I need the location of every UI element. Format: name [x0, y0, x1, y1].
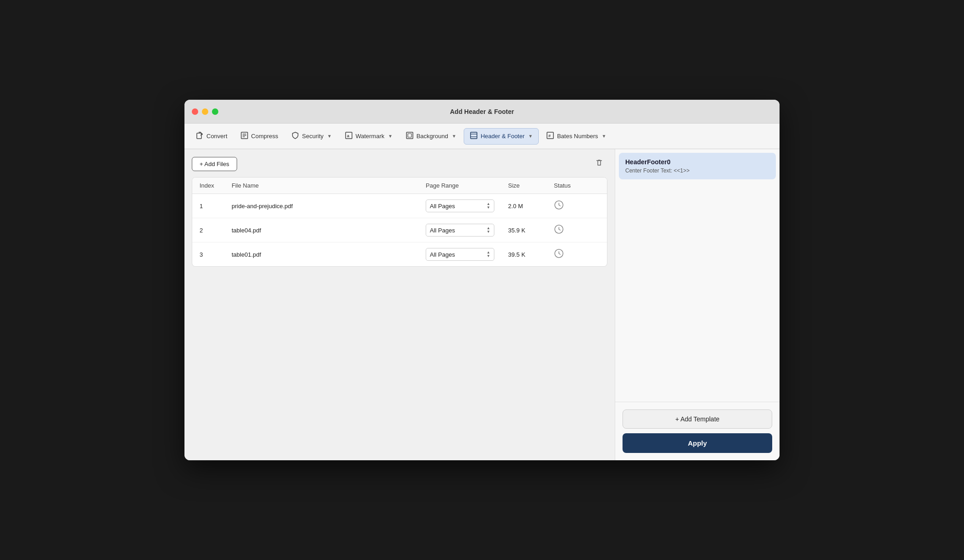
template-title: HeaderFooter0 — [625, 158, 769, 166]
watermark-chevron: ▼ — [388, 134, 393, 139]
toolbar-compress-label: Compress — [251, 133, 278, 140]
toolbar-watermark-label: Watermark — [356, 133, 385, 140]
svg-rect-9 — [471, 132, 477, 139]
toolbar-watermark[interactable]: a Watermark ▼ — [339, 129, 398, 144]
side-panel: HeaderFooter0 Center Footer Text: <<1>> … — [615, 149, 780, 460]
row1-index: 1 — [200, 203, 232, 210]
row3-page-range-arrows: ▲▼ — [487, 251, 490, 258]
file-table: Index File Name Page Range Size Status 1… — [192, 177, 607, 267]
security-icon — [291, 131, 299, 141]
add-files-button[interactable]: + Add Files — [192, 157, 237, 171]
svg-text:a: a — [347, 134, 350, 138]
toolbar: Convert Compress Security ▼ — [184, 124, 780, 149]
toolbar-compress[interactable]: Compress — [235, 129, 284, 144]
row1-filename: pride-and-prejudice.pdf — [232, 203, 426, 210]
row2-filename: table04.pdf — [232, 227, 426, 234]
toolbar-security[interactable]: Security ▼ — [286, 129, 337, 144]
col-header-status: Status — [554, 182, 600, 189]
close-button[interactable] — [192, 108, 198, 115]
row1-status-icon — [554, 200, 600, 212]
row2-page-range-arrows: ▲▼ — [487, 226, 490, 234]
row2-size: 35.9 K — [508, 227, 554, 234]
row3-size: 39.5 K — [508, 251, 554, 258]
bates-numbers-chevron: ▼ — [602, 134, 607, 139]
toolbar-security-label: Security — [302, 133, 324, 140]
background-chevron: ▼ — [452, 134, 456, 139]
delete-files-button[interactable] — [591, 156, 607, 172]
col-header-size: Size — [508, 182, 554, 189]
row3-status-icon — [554, 248, 600, 261]
file-actions-bar: + Add Files — [192, 156, 607, 172]
toolbar-background[interactable]: Background ▼ — [400, 129, 462, 144]
toolbar-convert-label: Convert — [206, 133, 227, 140]
titlebar: Add Header & Footer — [184, 100, 780, 124]
table-row: 2 table04.pdf All Pages ▲▼ 35.9 K — [192, 218, 607, 242]
bates-numbers-icon: # — [546, 131, 554, 141]
col-header-pagerange: Page Range — [426, 182, 508, 189]
app-window: Add Header & Footer Convert — [184, 100, 780, 460]
row3-page-range[interactable]: All Pages ▲▼ — [426, 248, 494, 261]
toolbar-bates-numbers[interactable]: # Bates Numbers ▼ — [541, 129, 612, 144]
table-header: Index File Name Page Range Size Status — [192, 178, 607, 194]
side-panel-footer: + Add Template Apply — [615, 402, 780, 460]
main-panel: + Add Files Index File Name Page Range S… — [184, 149, 615, 460]
row2-index: 2 — [200, 227, 232, 234]
svg-rect-8 — [408, 134, 412, 137]
background-icon — [406, 131, 414, 141]
window-controls — [192, 108, 218, 115]
template-subtitle: Center Footer Text: <<1>> — [625, 167, 769, 174]
toolbar-convert[interactable]: Convert — [190, 129, 233, 144]
watermark-icon: a — [345, 131, 353, 141]
row2-page-range[interactable]: All Pages ▲▼ — [426, 224, 494, 237]
toolbar-header-footer-label: Header & Footer — [481, 133, 525, 140]
col-header-filename: File Name — [232, 182, 426, 189]
table-row: 1 pride-and-prejudice.pdf All Pages ▲▼ 2… — [192, 194, 607, 218]
header-footer-icon — [470, 131, 478, 141]
row2-status-icon — [554, 224, 600, 237]
row1-size: 2.0 M — [508, 203, 554, 210]
window-title: Add Header & Footer — [450, 108, 514, 115]
table-row: 3 table01.pdf All Pages ▲▼ 39.5 K — [192, 242, 607, 266]
col-header-index: Index — [200, 182, 232, 189]
row1-page-range-arrows: ▲▼ — [487, 202, 490, 210]
convert-icon — [195, 131, 204, 141]
header-footer-chevron: ▼ — [528, 134, 533, 139]
svg-text:#: # — [548, 134, 551, 138]
maximize-button[interactable] — [212, 108, 218, 115]
svg-rect-0 — [197, 133, 201, 139]
toolbar-header-footer[interactable]: Header & Footer ▼ — [464, 128, 539, 145]
minimize-button[interactable] — [202, 108, 208, 115]
template-item[interactable]: HeaderFooter0 Center Footer Text: <<1>> — [619, 153, 776, 179]
add-template-button[interactable]: + Add Template — [623, 409, 772, 429]
apply-button[interactable]: Apply — [623, 433, 772, 453]
templates-list: HeaderFooter0 Center Footer Text: <<1>> — [615, 149, 780, 402]
row1-page-range[interactable]: All Pages ▲▼ — [426, 199, 494, 212]
compress-icon — [240, 131, 249, 141]
row3-index: 3 — [200, 251, 232, 258]
row3-filename: table01.pdf — [232, 251, 426, 258]
svg-rect-7 — [406, 132, 413, 139]
toolbar-bates-numbers-label: Bates Numbers — [557, 133, 598, 140]
content-area: + Add Files Index File Name Page Range S… — [184, 149, 780, 460]
security-chevron: ▼ — [327, 134, 332, 139]
toolbar-background-label: Background — [417, 133, 448, 140]
